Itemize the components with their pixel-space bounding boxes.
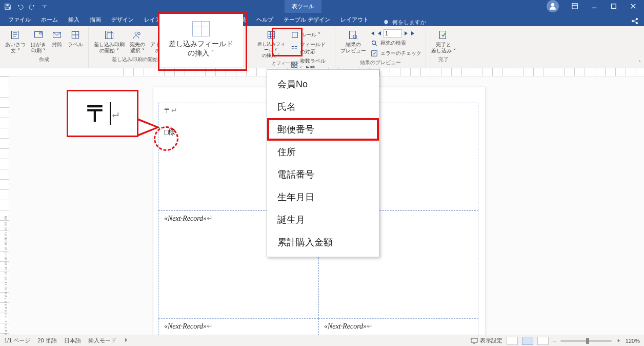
tab-file[interactable]: ファイル (3, 13, 36, 26)
label-button[interactable]: ラベル (66, 28, 85, 55)
tell-me-search[interactable]: 何をしますか (383, 18, 426, 26)
svg-rect-10 (40, 32, 42, 34)
zoom-slider[interactable] (560, 340, 612, 342)
tab-table-design[interactable]: テーブル デザイン (278, 13, 335, 26)
save-icon[interactable] (2, 1, 13, 12)
zoom-level[interactable]: 120% (626, 338, 640, 344)
field-item-postal[interactable]: 郵便番号 (267, 118, 379, 141)
preview-results-button[interactable]: 結果の プレビュー (338, 28, 368, 58)
status-record-icon: 🞂 (124, 337, 129, 344)
svg-point-2 (551, 4, 554, 6)
qat-customize-icon[interactable] (39, 1, 50, 12)
rules-icon (291, 31, 299, 39)
status-page[interactable]: 1/1 ページ (4, 337, 30, 344)
recipients-icon (132, 29, 143, 41)
zoom-out-icon[interactable]: − (553, 338, 556, 344)
prev-record-icon[interactable] (376, 30, 383, 36)
group-create-label: 作成 (3, 55, 85, 63)
ribbon-display-options-icon[interactable] (566, 1, 583, 12)
check-errors-icon (370, 49, 378, 57)
tab-insert[interactable]: 挿入 (63, 13, 85, 26)
svg-rect-14 (107, 33, 113, 39)
account-icon[interactable] (547, 0, 559, 12)
status-words[interactable]: 20 単語 (37, 337, 56, 344)
tab-home[interactable]: ホーム (36, 13, 63, 26)
close-icon[interactable] (625, 1, 642, 12)
tab-help[interactable]: ヘルプ (251, 13, 278, 26)
label-cell-6[interactable]: «Next·Record»↵ (318, 318, 478, 335)
label-icon (70, 29, 81, 41)
next-record-icon[interactable] (403, 30, 409, 36)
title-bar: 表ツール (0, 0, 644, 13)
view-read-mode-icon[interactable] (507, 337, 518, 345)
merge-field-dropdown: 会員No 氏名 郵便番号 住所 電話番号 生年月日 誕生月 累計購入金額 (267, 69, 379, 257)
zoom-slider-thumb[interactable] (586, 338, 589, 344)
label-cell-5[interactable]: «Next·Record»↵ (158, 318, 318, 335)
window-controls (547, 0, 642, 12)
redo-icon[interactable] (27, 1, 38, 12)
finish-merge-button[interactable]: 完了と 差し込み ˅ (429, 28, 458, 55)
field-item-name[interactable]: 氏名 (267, 95, 379, 118)
view-print-layout-icon[interactable] (522, 337, 533, 345)
svg-rect-29 (471, 338, 477, 342)
display-settings-icon[interactable]: 表示設定 (471, 337, 502, 344)
svg-rect-13 (106, 31, 112, 39)
tab-table-layout[interactable]: レイアウト (335, 13, 374, 26)
view-web-layout-icon[interactable] (537, 337, 549, 345)
svg-rect-19 (292, 32, 298, 38)
tab-draw[interactable]: 描画 (85, 13, 106, 26)
maximize-icon[interactable] (605, 1, 622, 12)
match-fields-button[interactable]: フィールドの対応 (290, 41, 332, 56)
insert-merge-field-small-button[interactable]: 差し込みフィールド の挿入 ˅ (253, 28, 289, 59)
rules-button[interactable]: ルール ˅ (290, 30, 332, 40)
share-icon[interactable] (631, 17, 639, 26)
field-item-member-no[interactable]: 会員No (267, 73, 379, 95)
next-record-field: «Next·Record» (164, 215, 207, 222)
next-record-field: «Next·Record» (324, 322, 367, 330)
envelope-button[interactable]: 封筒 (49, 28, 65, 55)
status-language[interactable]: 日本語 (64, 337, 81, 344)
start-merge-label: 差し込み印刷 の開始 ˅ (94, 42, 125, 54)
svg-rect-1 (6, 4, 8, 6)
postcard-label: はがき 印刷 ˅ (31, 42, 46, 54)
field-item-birthmonth[interactable]: 誕生月 (267, 208, 379, 231)
field-item-address[interactable]: 住所 (267, 141, 379, 163)
greeting-button[interactable]: あいさつ 文 ˅ (3, 28, 28, 55)
return-symbol: ↵ (112, 107, 118, 120)
postcard-button[interactable]: はがき 印刷 ˅ (29, 28, 48, 55)
field-item-phone[interactable]: 電話番号 (267, 163, 379, 186)
start-merge-button[interactable]: 差し込み印刷 の開始 ˅ (92, 28, 127, 55)
first-record-icon[interactable] (369, 30, 375, 36)
envelope-icon (51, 29, 63, 41)
minimize-icon[interactable] (586, 1, 603, 12)
svg-rect-8 (12, 31, 18, 39)
find-recipient-icon (370, 39, 378, 47)
check-errors-button[interactable]: エラーのチェック (369, 49, 422, 58)
zoom-in-icon[interactable]: ＋ (616, 337, 621, 344)
finish-merge-icon (438, 29, 449, 41)
preview-results-label: 結果の プレビュー (340, 42, 366, 54)
tab-design[interactable]: デザイン (106, 13, 139, 26)
field-item-birthdate[interactable]: 生年月日 (267, 186, 379, 208)
preview-results-icon (348, 29, 359, 41)
last-record-icon[interactable] (410, 30, 416, 36)
field-item-total[interactable]: 累計購入金額 (267, 231, 379, 254)
envelope-label: 封筒 (52, 42, 62, 48)
status-insert-mode[interactable]: 挿入モード (88, 337, 116, 344)
text-caret-icon (110, 102, 111, 125)
svg-point-7 (636, 22, 638, 24)
record-number-input[interactable] (384, 29, 402, 37)
group-finish-label: 完了 (429, 55, 458, 63)
match-fields-label: フィールドの対応 (300, 41, 331, 55)
collapse-ribbon-icon[interactable]: ˄ (638, 60, 641, 66)
ribbon-tabs: ファイル ホーム 挿入 描画 デザイン レイアウト 参考 開発 ヘルプ テーブル… (0, 13, 644, 26)
vertical-ruler[interactable]: 5 4 3 2 1 1 2 3 4 5 6 7 8 9 10 11 12 13 … (0, 76, 9, 335)
ribbon-group-finish: 完了と 差し込み ˅ 完了 (426, 26, 461, 68)
lightbulb-icon (383, 20, 389, 26)
record-navigator[interactable] (369, 29, 422, 37)
find-recipient-button[interactable]: 宛先の検索 (369, 39, 422, 48)
select-recipients-label: 宛先の 選択 ˅ (130, 42, 145, 54)
select-recipients-button[interactable]: 宛先の 選択 ˅ (128, 28, 147, 55)
contextual-tab-label: 表ツール (285, 0, 321, 13)
undo-icon[interactable] (14, 1, 26, 12)
